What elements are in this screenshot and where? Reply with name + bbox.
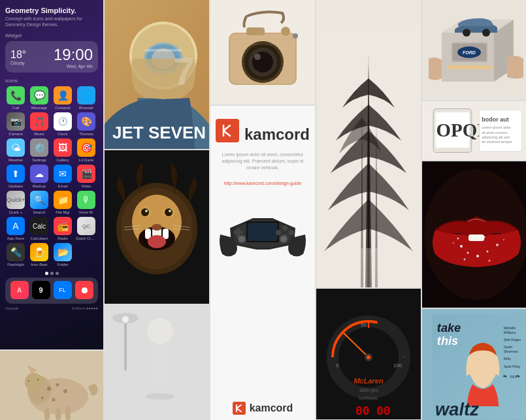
kamcord-header: kamcord	[216, 119, 310, 145]
svg-point-8	[52, 398, 56, 402]
svg-text:0: 0	[336, 363, 339, 368]
themes-icon: 🎨	[77, 112, 95, 131]
svg-point-61	[293, 33, 298, 39]
svg-point-75	[281, 236, 286, 242]
icon-filemgr[interactable]: 📁 File Mgr	[52, 191, 73, 214]
icon-row-6: A App Store Calc Calculator 📻 Radio QC Q…	[5, 217, 98, 240]
svg-point-69	[276, 230, 281, 235]
icon-label-appstore: App Store	[5, 236, 26, 240]
icon-iconbeer[interactable]: 🍺 Icon Beer	[29, 243, 50, 267]
icon-themes[interactable]: 🎨 Themes	[76, 112, 97, 136]
svg-text:❧: ❧	[502, 373, 508, 380]
icon-voice[interactable]: 🎙 Voice M.	[76, 191, 97, 214]
kamcord-bottom-name: kamcord	[250, 402, 293, 414]
icon-flashlight[interactable]: 🔦 Flashlight	[5, 243, 26, 267]
icon-label-flashlight: Flashlight	[5, 263, 26, 267]
clock-time: 19:00	[54, 46, 93, 64]
icon-clock[interactable]: 🕐 Clock	[52, 112, 73, 136]
icon-email[interactable]: ✉ Email	[52, 165, 73, 188]
car-box-tile: FORD	[422, 0, 526, 100]
dock-nine-icon: 9	[32, 281, 50, 299]
icon-appstore[interactable]: A App Store	[5, 217, 26, 240]
k-letter-svg	[221, 124, 234, 137]
svg-rect-11	[65, 407, 71, 420]
svg-point-15	[37, 379, 39, 381]
camera-svg	[210, 0, 315, 105]
dot-1	[45, 272, 48, 275]
dot-3	[56, 272, 59, 275]
svg-rect-71	[237, 228, 240, 237]
kamcord-bottom-logo: kamcord	[233, 395, 293, 415]
appstore-icon: A	[7, 217, 25, 235]
litdarts-icon: 🎯	[77, 138, 95, 157]
svg-text:00: 00	[376, 404, 391, 417]
icon-settings[interactable]: ⚙️ Settings	[29, 138, 50, 162]
sculpture-svg	[105, 305, 209, 403]
svg-point-5	[56, 383, 59, 387]
svg-point-35	[141, 208, 149, 216]
svg-point-6	[63, 389, 67, 393]
svg-point-98	[482, 29, 490, 37]
icon-weather[interactable]: 🌤 Weather	[5, 138, 26, 162]
typography-tile: OPQR bodor aut Lorem ipsum dolor sit ame…	[422, 101, 526, 160]
svg-text:adipiscing elit sed: adipiscing elit sed	[482, 135, 510, 139]
filemanager-icon: 📁	[54, 191, 72, 209]
kamcord-name: kamcord	[244, 125, 310, 144]
weather-left: 18° Cloudy	[10, 49, 26, 65]
svg-point-126	[453, 242, 454, 244]
column-5: FORD OPQR bodor aut Lorem ipsum dolor	[422, 0, 526, 420]
icon-video[interactable]: 🎬 Video	[76, 165, 97, 188]
svg-point-14	[28, 380, 30, 382]
dock-filelocator[interactable]: FL	[52, 281, 73, 300]
icon-gallery[interactable]: 🖼 Gallery	[52, 138, 73, 162]
icon-updates[interactable]: ⬆ Updates	[5, 165, 26, 188]
svg-text:FORD: FORD	[463, 50, 476, 55]
bottom-k-svg	[235, 404, 243, 412]
icon-label-radio: Radio	[52, 236, 73, 240]
svg-point-127	[503, 239, 504, 240]
icon-message[interactable]: 💬 Message	[29, 86, 50, 110]
icon-folder[interactable]: 📂 Folder	[52, 243, 73, 267]
weather-condition: Cloudy	[10, 61, 26, 65]
lips-tile	[422, 161, 526, 308]
dock-record[interactable]: ⏺	[74, 281, 95, 300]
updates-icon: ⬆	[7, 165, 25, 183]
svg-point-122	[496, 244, 499, 246]
kamcord-link: http://www.kamcord.com/design-guide	[224, 181, 301, 186]
icon-search[interactable]: 🔍 Search	[29, 191, 50, 214]
ios-bottom-left: Sample	[5, 306, 18, 310]
dock-appst2[interactable]: A	[9, 281, 30, 300]
icon-label-litdarts: Lit Darts	[76, 158, 97, 162]
svg-text:TIFF: TIFF	[510, 375, 518, 379]
svg-point-49	[122, 316, 129, 323]
icon-music[interactable]: 🎵 Music	[29, 112, 50, 136]
quickclose-icon: QC	[77, 217, 95, 235]
empty-icon	[77, 243, 95, 261]
icon-row-5: Quick+ Quick + 🔍 Search 📁 File Mgr 🎙 Voi…	[5, 191, 98, 214]
svg-point-121	[487, 251, 489, 253]
icon-call[interactable]: 📞 Call	[5, 86, 26, 110]
date-display: Wed, Apr 4th	[54, 64, 93, 69]
icon-backup[interactable]: ☁ Backup	[29, 165, 50, 188]
icon-quickclose[interactable]: QC Quick Close	[76, 217, 97, 240]
icon-camera[interactable]: 📷 Camera	[5, 112, 26, 136]
column-4: 0 50 100 McLaren 1800 rpm NORMAL 00 00	[316, 0, 421, 420]
dock-nine[interactable]: 9	[31, 281, 52, 300]
icon-radio[interactable]: 📻 Radio	[52, 217, 73, 240]
icon-calculator[interactable]: Calc Calculator	[29, 217, 50, 240]
icon-label-themes: Themes	[76, 132, 97, 136]
typography-svg: OPQR bodor aut Lorem ipsum dolor sit ame…	[427, 101, 526, 160]
icon-row-2: 📷 Camera 🎵 Music 🕐 Clock 🎨 Themes	[5, 112, 98, 136]
icon-litdarts[interactable]: 🎯 Lit Darts	[76, 138, 97, 162]
icon-label-call: Call	[5, 106, 26, 110]
icon-contacts[interactable]: 👤 Contacts	[52, 86, 73, 110]
svg-point-46	[150, 344, 170, 390]
svg-point-66	[282, 225, 288, 231]
icon-label-quickclose: Quick Close	[76, 236, 97, 240]
jet-seven-tile: 7 JET SEVEN	[105, 0, 209, 149]
kamcord-tile: kamcord Lorem ipsum dolor sit amet, cons…	[210, 106, 315, 420]
icon-quick[interactable]: Quick+ Quick +	[5, 191, 26, 214]
svg-point-128	[464, 259, 466, 261]
svg-rect-79	[316, 26, 421, 52]
icon-browser[interactable]: 🌐 Browser	[76, 86, 97, 110]
